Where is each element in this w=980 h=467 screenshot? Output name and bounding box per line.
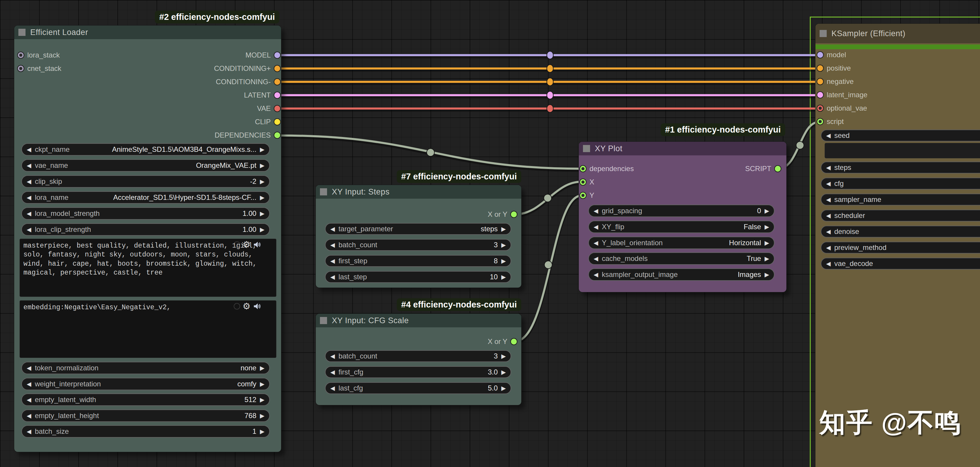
widget-lora-clip-strength[interactable]: ◀ lora_clip_strength 1.00 ▶ <box>21 223 270 236</box>
input-port-negative[interactable] <box>817 78 824 85</box>
node-xy-input-cfg-scale[interactable]: XY Input: CFG Scale X or Y ◀ batch_count… <box>316 314 521 405</box>
input-port-cnet-stack[interactable] <box>17 65 24 72</box>
input-port-model[interactable] <box>817 51 824 59</box>
widget-batch-count[interactable]: ◀ batch_count 3 ▶ <box>325 350 511 362</box>
decrement-arrow-icon[interactable]: ◀ <box>330 385 335 391</box>
decrement-arrow-icon[interactable]: ◀ <box>826 197 830 203</box>
increment-arrow-icon[interactable]: ▶ <box>260 381 264 387</box>
input-port-script[interactable] <box>817 118 824 125</box>
gear-icon[interactable]: ⚙ <box>243 240 251 249</box>
output-port-x-or-y[interactable] <box>510 211 517 218</box>
output-port-dependencies[interactable] <box>274 132 281 139</box>
increment-arrow-icon[interactable]: ▶ <box>260 227 264 232</box>
widget-cfg[interactable]: ◀ cfg <box>821 178 980 189</box>
increment-arrow-icon[interactable]: ▶ <box>260 178 264 184</box>
widget-cache-models[interactable]: ◀ cache_models True ▶ <box>588 253 775 265</box>
widget-first-cfg[interactable]: ◀ first_cfg 3.0 ▶ <box>325 366 511 378</box>
widget-denoise[interactable]: ◀ denoise <box>821 226 980 238</box>
output-port-clip[interactable] <box>274 118 281 125</box>
increment-arrow-icon[interactable]: ▶ <box>260 429 264 434</box>
widget-ckpt-name[interactable]: ◀ ckpt_name AnimeStyle_SD1.5\AOM3B4_Oran… <box>21 143 270 156</box>
speaker-icon[interactable] <box>253 241 261 248</box>
decrement-arrow-icon[interactable]: ◀ <box>826 165 830 170</box>
xy-steps-titlebar[interactable]: XY Input: Steps <box>316 185 521 199</box>
widget-lora-name[interactable]: ◀ lora_name Accelerator_SD1.5\Hyper-SD1.… <box>21 191 270 204</box>
node-efficient-loader[interactable]: Efficient Loader lora_stack cnet_stack M… <box>14 25 281 452</box>
decrement-arrow-icon[interactable]: ◀ <box>330 369 335 375</box>
increment-arrow-icon[interactable]: ▶ <box>765 240 769 246</box>
xy-cfg-titlebar[interactable]: XY Input: CFG Scale <box>316 314 521 327</box>
xy-plot-titlebar[interactable]: XY Plot <box>579 142 786 156</box>
decrement-arrow-icon[interactable]: ◀ <box>27 194 31 200</box>
node-graph-canvas[interactable]: Efficient Loader lora_stack cnet_stack M… <box>0 0 980 467</box>
increment-arrow-icon[interactable]: ▶ <box>501 274 506 280</box>
increment-arrow-icon[interactable]: ▶ <box>765 208 769 214</box>
output-port-vae[interactable] <box>274 105 281 112</box>
increment-arrow-icon[interactable]: ▶ <box>501 369 506 375</box>
increment-arrow-icon[interactable]: ▶ <box>260 211 264 216</box>
node-xy-plot[interactable]: XY Plot dependencies X Y SCRIPT ◀ grid_s… <box>579 142 786 292</box>
widget-batch-size[interactable]: ◀ batch_size 1 ▶ <box>21 425 270 438</box>
prompt-toggle-icon[interactable] <box>234 241 240 248</box>
collapse-box-icon[interactable] <box>819 30 827 37</box>
decrement-arrow-icon[interactable]: ◀ <box>826 261 830 267</box>
collapse-box-icon[interactable] <box>583 145 590 152</box>
node-xy-input-steps[interactable]: XY Input: Steps X or Y ◀ target_paramete… <box>316 185 521 288</box>
decrement-arrow-icon[interactable]: ◀ <box>330 226 335 232</box>
decrement-arrow-icon[interactable]: ◀ <box>27 381 31 387</box>
widget-ksampler-output-image[interactable]: ◀ ksampler_output_image Images ▶ <box>588 268 775 281</box>
link-midpoint-latent[interactable] <box>547 91 553 99</box>
seed-value-box[interactable] <box>825 143 980 158</box>
decrement-arrow-icon[interactable]: ◀ <box>826 181 830 186</box>
widget-xy-flip[interactable]: ◀ XY_flip False ▶ <box>588 221 775 233</box>
output-port-x-or-y[interactable] <box>510 338 517 345</box>
decrement-arrow-icon[interactable]: ◀ <box>826 213 830 219</box>
widget-last-cfg[interactable]: ◀ last_cfg 5.0 ▶ <box>325 382 511 394</box>
output-port-model[interactable] <box>274 52 281 59</box>
link-midpoint-cond-pos[interactable] <box>547 65 553 72</box>
increment-arrow-icon[interactable]: ▶ <box>260 397 264 403</box>
link-midpoint-dependencies[interactable] <box>427 149 434 156</box>
increment-arrow-icon[interactable]: ▶ <box>765 272 769 278</box>
widget-empty-latent-height[interactable]: ◀ empty_latent_height 768 ▶ <box>21 410 270 422</box>
widget-seed[interactable]: ◀ seed <box>821 130 980 141</box>
output-port-conditioning-minus[interactable] <box>274 78 281 86</box>
decrement-arrow-icon[interactable]: ◀ <box>27 146 31 152</box>
decrement-arrow-icon[interactable]: ◀ <box>593 256 598 262</box>
decrement-arrow-icon[interactable]: ◀ <box>27 397 31 403</box>
widget-sampler-name[interactable]: ◀ sampler_name <box>821 194 980 205</box>
output-port-script[interactable] <box>774 165 781 172</box>
link-midpoint-model[interactable] <box>547 51 553 59</box>
widget-steps[interactable]: ◀ steps <box>821 162 980 173</box>
widget-empty-latent-width[interactable]: ◀ empty_latent_width 512 ▶ <box>21 394 270 406</box>
widget-grid-spacing[interactable]: ◀ grid_spacing 0 ▶ <box>588 205 775 217</box>
decrement-arrow-icon[interactable]: ◀ <box>27 413 31 419</box>
input-port-y[interactable] <box>579 192 587 199</box>
decrement-arrow-icon[interactable]: ◀ <box>330 258 335 264</box>
widget-lora-model-strength[interactable]: ◀ lora_model_strength 1.00 ▶ <box>21 207 270 220</box>
increment-arrow-icon[interactable]: ▶ <box>501 353 506 359</box>
gear-icon[interactable]: ⚙ <box>243 302 251 311</box>
output-port-conditioning-plus[interactable] <box>274 65 281 72</box>
widget-preview-method[interactable]: ◀ preview_method <box>821 241 980 254</box>
widget-clip-skip[interactable]: ◀ clip_skip -2 ▶ <box>21 175 270 188</box>
widget-vae-name[interactable]: ◀ vae_name OrangeMix_VAE.pt ▶ <box>21 159 270 172</box>
widget-scheduler[interactable]: ◀ scheduler <box>821 210 980 221</box>
input-port-x[interactable] <box>579 178 587 186</box>
decrement-arrow-icon[interactable]: ◀ <box>27 365 31 371</box>
link-midpoint-y[interactable] <box>544 261 552 268</box>
collapse-box-icon[interactable] <box>320 188 327 195</box>
link-midpoint-cond-neg[interactable] <box>547 78 553 86</box>
widget-token-normalization[interactable]: ◀ token_normalization none ▶ <box>21 362 270 374</box>
decrement-arrow-icon[interactable]: ◀ <box>826 133 830 138</box>
link-midpoint-x[interactable] <box>544 194 552 202</box>
widget-weight-interpretation[interactable]: ◀ weight_interpretation comfy ▶ <box>21 378 270 390</box>
increment-arrow-icon[interactable]: ▶ <box>765 256 769 262</box>
widget-first-step[interactable]: ◀ first_step 8 ▶ <box>325 255 511 267</box>
widget-last-step[interactable]: ◀ last_step 10 ▶ <box>325 271 511 283</box>
decrement-arrow-icon[interactable]: ◀ <box>826 245 830 251</box>
collapse-box-icon[interactable] <box>320 317 327 324</box>
decrement-arrow-icon[interactable]: ◀ <box>826 229 830 235</box>
output-port-latent[interactable] <box>274 92 281 99</box>
speaker-icon[interactable] <box>253 302 261 310</box>
